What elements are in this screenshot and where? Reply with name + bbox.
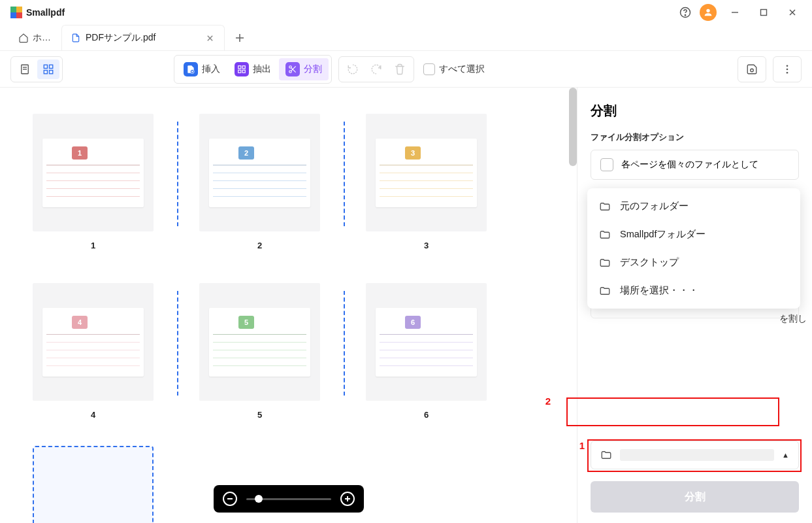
page-number: 1 xyxy=(33,241,154,250)
insert-icon xyxy=(184,62,198,76)
split-divider[interactable] xyxy=(177,122,178,226)
select-all-label: すべて選択 xyxy=(439,63,485,75)
redo-button[interactable] xyxy=(365,59,387,79)
dropdown-item[interactable]: デスクトップ xyxy=(587,248,800,277)
view-single-button[interactable] xyxy=(14,59,36,79)
page-number: 3 xyxy=(366,241,487,250)
page-number: 2 xyxy=(199,241,320,250)
window-close-button[interactable] xyxy=(778,0,807,25)
plus-icon xyxy=(344,496,351,502)
zoom-slider[interactable] xyxy=(246,498,331,500)
dropdown-item-label: 元のフォルダー xyxy=(620,200,689,212)
svg-rect-15 xyxy=(50,65,53,68)
tab-home-label: ホ… xyxy=(33,32,51,44)
user-avatar[interactable] xyxy=(700,4,717,21)
select-all-checkbox[interactable] xyxy=(423,63,435,75)
home-icon xyxy=(18,33,29,43)
svg-point-32 xyxy=(787,71,788,73)
more-group xyxy=(773,56,802,82)
view-grid-button[interactable] xyxy=(37,59,59,79)
tab-home[interactable]: ホ… xyxy=(10,25,59,50)
dropdown-item[interactable]: Smallpdfフォルダー xyxy=(587,220,800,248)
help-button[interactable] xyxy=(675,0,696,25)
dropdown-item-label: 場所を選択・・・ xyxy=(620,284,698,297)
svg-rect-16 xyxy=(44,70,47,73)
annotation-box-2 xyxy=(566,397,779,426)
insert-label: 挿入 xyxy=(202,63,220,75)
trash-icon xyxy=(394,63,406,75)
save-icon xyxy=(746,63,758,75)
window-minimize-button[interactable] xyxy=(721,0,749,25)
scissors-icon xyxy=(285,62,300,76)
split-button[interactable]: 分割 xyxy=(279,58,329,80)
svg-rect-17 xyxy=(50,70,53,73)
page-thumb[interactable]: 3 3 xyxy=(366,114,487,250)
page-thumb[interactable]: 2 2 xyxy=(199,114,320,250)
page-thumb[interactable]: 6 6 xyxy=(366,283,487,420)
more-vertical-icon xyxy=(781,63,793,75)
svg-rect-21 xyxy=(238,65,241,68)
canvas: 1 1 2 2 3 3 4 xyxy=(0,88,577,523)
right-group xyxy=(738,56,766,82)
page-thumb[interactable]: 4 4 xyxy=(33,283,154,420)
edit-group xyxy=(338,56,414,82)
annotation-number-1: 1 xyxy=(579,440,585,451)
svg-rect-24 xyxy=(242,70,245,73)
new-tab-button[interactable] xyxy=(227,25,252,50)
split-divider[interactable] xyxy=(344,291,345,396)
page-thumb[interactable]: 1 1 xyxy=(33,114,154,250)
dropdown-item[interactable]: 場所を選択・・・ xyxy=(587,277,800,305)
tab-close-button[interactable] xyxy=(203,33,218,43)
split-divider[interactable] xyxy=(177,291,178,396)
annotation-number-2: 2 xyxy=(545,396,551,407)
action-group: 挿入 抽出 分割 xyxy=(174,55,332,84)
page-thumbnails: 1 1 2 2 3 3 4 xyxy=(0,88,577,446)
app-logo-icon xyxy=(10,7,22,18)
extract-button[interactable]: 抽出 xyxy=(228,58,278,80)
undo-button[interactable] xyxy=(342,59,364,79)
zoom-control xyxy=(214,485,364,513)
dropdown-item-label: デスクトップ xyxy=(620,256,679,269)
undo-icon xyxy=(347,63,359,75)
each-page-checkbox[interactable] xyxy=(600,158,613,171)
toolbar: 挿入 抽出 分割 すべて選択 xyxy=(0,51,812,88)
page-number: 5 xyxy=(199,410,320,420)
page-thumb[interactable]: 5 5 xyxy=(199,283,320,420)
zoom-in-button[interactable] xyxy=(340,492,355,506)
tab-document[interactable]: PDFサンプル.pdf xyxy=(61,25,225,50)
options-label: ファイル分割オプション xyxy=(591,131,799,143)
tab-strip: ホ… PDFサンプル.pdf xyxy=(0,25,812,51)
drop-placeholder[interactable] xyxy=(33,446,154,523)
file-icon xyxy=(71,33,80,42)
page-number: 4 xyxy=(33,410,154,420)
tab-document-label: PDFサンプル.pdf xyxy=(86,32,155,44)
split-action-label: 分割 xyxy=(685,490,706,504)
zoom-out-button[interactable] xyxy=(223,492,237,506)
svg-point-30 xyxy=(787,65,788,67)
dropdown-item-label: Smallpdfフォルダー xyxy=(620,228,706,241)
svg-point-25 xyxy=(289,65,292,68)
scrollbar[interactable] xyxy=(569,88,577,166)
title-bar: Smallpdf xyxy=(0,0,812,25)
more-button[interactable] xyxy=(776,59,798,79)
split-divider[interactable] xyxy=(344,122,345,226)
folder-icon xyxy=(599,229,611,241)
select-all-toggle[interactable]: すべて選択 xyxy=(421,59,491,79)
extract-label: 抽出 xyxy=(253,63,271,75)
delete-button[interactable] xyxy=(389,59,411,79)
split-label: 分割 xyxy=(304,63,322,75)
folder-icon xyxy=(599,285,611,297)
extract-icon xyxy=(235,62,249,76)
each-page-option[interactable]: 各ページを個々のファイルとして xyxy=(591,150,799,180)
insert-button[interactable]: 挿入 xyxy=(177,58,227,80)
split-action-button[interactable]: 分割 xyxy=(591,481,799,513)
save-button[interactable] xyxy=(741,59,763,79)
page-number: 6 xyxy=(366,410,487,420)
svg-point-1 xyxy=(685,15,685,16)
window-maximize-button[interactable] xyxy=(749,0,778,25)
folder-icon xyxy=(599,257,611,269)
each-page-label: 各ページを個々のファイルとして xyxy=(621,159,758,171)
dropdown-item[interactable]: 元のフォルダー xyxy=(587,192,800,220)
destination-dropdown: 元のフォルダー Smallpdfフォルダー デスクトップ 場所を選択・・・ xyxy=(587,188,800,309)
app-brand: Smallpdf xyxy=(26,7,65,18)
